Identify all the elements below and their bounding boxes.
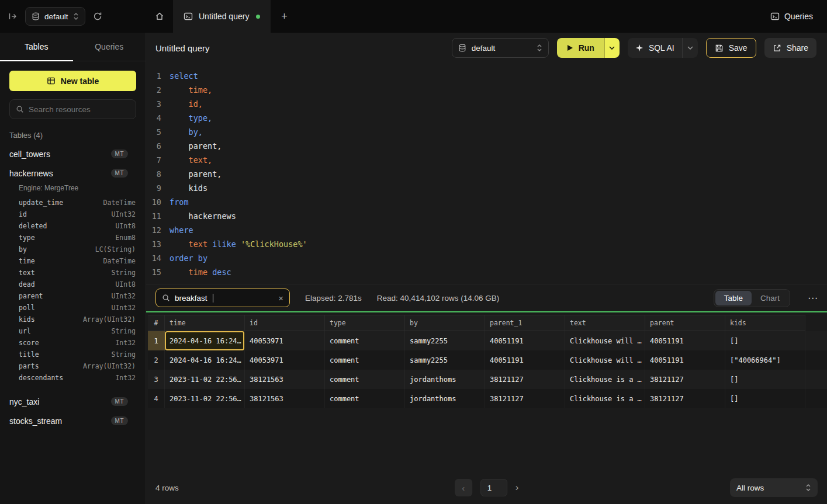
schema-column-row[interactable]: descendantsInt32 [0,372,146,384]
row-number[interactable]: 2 [148,350,165,370]
more-options-icon[interactable]: ⋯ [808,292,818,304]
previous-page-button[interactable]: ‹ [455,479,472,496]
table-cell[interactable]: sammy2255 [405,331,485,350]
schema-column-row[interactable]: urlString [0,325,146,337]
save-button[interactable]: Save [706,38,756,58]
schema-column-row[interactable]: deadUInt8 [0,279,146,290]
sidebar-table-cell_towers[interactable]: cell_towers MT [0,144,146,164]
column-header[interactable]: id [245,315,325,331]
sidebar-table-stocks_stream[interactable]: stocks_stream MT [0,411,146,430]
table-cell[interactable]: 2024-04-16 16:24… [165,331,245,350]
table-cell[interactable]: 38121563 [245,389,325,408]
column-header[interactable]: kids [725,315,805,331]
table-row[interactable]: 42023-11-02 22:56…38121563commentjordant… [148,389,827,408]
column-header[interactable]: by [405,315,485,331]
new-table-button[interactable]: New table [9,71,136,91]
table-cell[interactable]: 40053971 [245,331,325,350]
schema-column-row[interactable]: typeEnum8 [0,232,146,244]
new-tab-button[interactable]: + [271,0,297,33]
editor-line[interactable]: 14order by [146,251,827,265]
editor-line[interactable]: 11 hackernews [146,209,827,223]
row-number[interactable]: 1 [148,331,165,350]
schema-column-row[interactable]: partsArray(UInt32) [0,360,146,372]
table-cell[interactable]: 40051191 [485,331,565,350]
view-table-segment[interactable]: Table [715,291,752,305]
editor-line[interactable]: 3 id, [146,97,827,111]
schema-column-row[interactable]: byLC(String) [0,244,146,255]
schema-column-row[interactable]: deletedUInt8 [0,220,146,232]
editor-line[interactable]: 1select [146,69,827,83]
schema-column-row[interactable]: update_timeDateTime [0,197,146,208]
table-cell[interactable]: comment [325,331,405,350]
editor-line[interactable]: 5 by, [146,125,827,139]
editor-line[interactable]: 9 kids [146,181,827,195]
sidebar-search[interactable] [9,99,136,119]
column-header[interactable]: parent [645,315,725,331]
table-cell[interactable]: Clickhouse is a … [565,389,645,408]
collapse-sidebar-icon[interactable] [8,12,18,21]
table-cell[interactable]: 40051191 [485,350,565,370]
table-cell[interactable]: comment [325,389,405,408]
table-cell[interactable]: jordanthoms [405,370,485,389]
schema-column-row[interactable]: kidsArray(UInt32) [0,314,146,325]
table-cell[interactable]: comment [325,350,405,370]
table-cell[interactable]: 2023-11-02 22:56… [165,370,245,389]
run-options-button[interactable] [604,38,620,58]
editor-line[interactable]: 12where [146,223,827,237]
editor-line[interactable]: 13 text ilike '%ClickHouse%' [146,237,827,251]
table-cell[interactable]: ["40066964"] [725,350,805,370]
tab-untitled-query[interactable]: Untitled query [173,0,271,33]
sidebar-tab-tables[interactable]: Tables [0,33,73,61]
table-cell[interactable]: 40051191 [645,331,725,350]
query-database-selector[interactable]: default [452,38,549,58]
table-cell[interactable]: 38121127 [485,370,565,389]
tab-home[interactable] [146,0,173,33]
editor-line[interactable]: 8 parent, [146,167,827,181]
schema-column-row[interactable]: scoreInt32 [0,337,146,349]
schema-column-row[interactable]: titleString [0,349,146,360]
table-cell[interactable]: 2024-04-16 16:24… [165,350,245,370]
table-cell[interactable]: 38121127 [645,389,725,408]
table-row[interactable]: 12024-04-16 16:24…40053971commentsammy22… [148,331,827,350]
editor-line[interactable]: 7 text, [146,153,827,167]
table-cell[interactable]: Clickhouse will … [565,331,645,350]
editor-line[interactable]: 2 time, [146,83,827,97]
table-cell[interactable]: jordanthoms [405,389,485,408]
table-cell[interactable]: 38121127 [485,389,565,408]
sql-ai-options-button[interactable] [682,38,698,58]
page-number-box[interactable]: 1 [480,479,507,496]
sidebar-table-hackernews[interactable]: hackernews MT [0,164,146,183]
table-cell[interactable]: 38121563 [245,370,325,389]
search-resources-input[interactable] [29,105,132,114]
column-header[interactable]: parent_1 [485,315,565,331]
table-cell[interactable]: 2023-11-02 22:56… [165,389,245,408]
refresh-icon[interactable] [93,12,102,21]
editor-line[interactable]: 4 type, [146,111,827,125]
table-cell[interactable]: sammy2255 [405,350,485,370]
schema-column-row[interactable]: timeDateTime [0,255,146,267]
table-cell[interactable]: Clickhouse will … [565,350,645,370]
row-number[interactable]: 3 [148,370,165,389]
table-cell[interactable]: [] [725,331,805,350]
table-cell[interactable]: comment [325,370,405,389]
table-cell[interactable]: [] [725,389,805,408]
schema-column-row[interactable]: textString [0,267,146,279]
sidebar-tab-queries[interactable]: Queries [73,33,146,61]
sidebar-table-nyc_taxi[interactable]: nyc_taxi MT [0,392,146,411]
editor-line[interactable]: 10from [146,195,827,209]
table-cell[interactable]: 40053971 [245,350,325,370]
view-chart-segment[interactable]: Chart [752,291,788,305]
rows-per-page-selector[interactable]: All rows [730,478,818,497]
schema-column-row[interactable]: parentUInt32 [0,290,146,302]
column-header[interactable]: time [165,315,245,331]
sql-editor[interactable]: 1select2 time,3 id,4 type,5 by,6 parent,… [146,63,827,284]
table-cell[interactable]: 40051191 [645,350,725,370]
table-cell[interactable]: Clickhouse is a … [565,370,645,389]
column-header[interactable]: text [565,315,645,331]
next-page-button[interactable]: › [515,482,519,493]
share-button[interactable]: Share [764,38,816,58]
topbar-database-selector[interactable]: default [25,7,85,26]
sql-ai-button[interactable]: SQL AI [628,38,682,58]
table-cell[interactable]: [] [725,370,805,389]
results-search-input[interactable]: breakfast × [155,289,290,307]
